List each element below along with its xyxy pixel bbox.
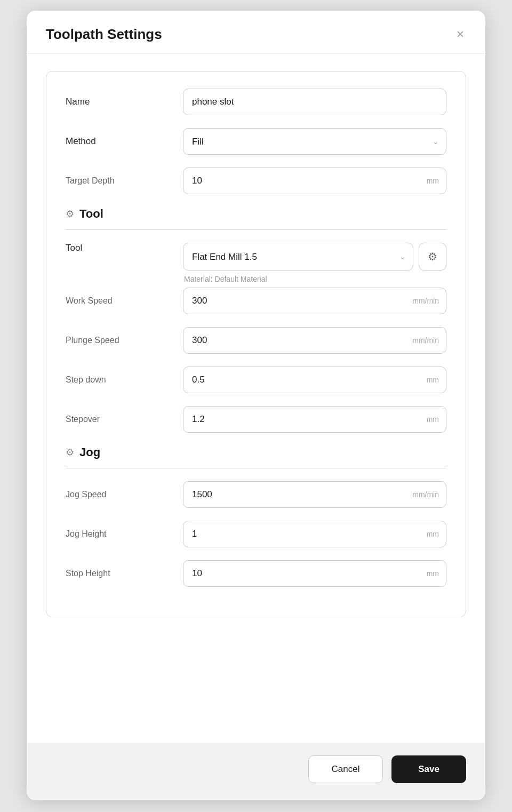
name-input[interactable] [183,89,446,115]
save-button[interactable]: Save [391,755,466,783]
dialog-header: Toolpath Settings × [27,11,485,54]
plunge-speed-input[interactable] [183,327,446,354]
dialog-title: Toolpath Settings [46,26,162,43]
plunge-speed-input-wrapper: mm/min [183,327,446,354]
step-down-row: Step down mm [66,367,446,393]
stop-height-label: Stop Height [66,569,183,578]
stepover-input-wrapper: mm [183,406,446,433]
target-depth-input-wrapper: mm [183,168,446,194]
tool-select-wrapper: Flat End Mill 1.5 Flat End Mill 3.0 Ball… [183,243,413,270]
jog-height-input-wrapper: mm [183,521,446,547]
step-down-input-wrapper: mm [183,367,446,393]
jog-section-header: ⚙ Jog [66,445,446,459]
target-depth-input[interactable] [183,168,446,194]
toolpath-settings-dialog: Toolpath Settings × Name Method Fill Out… [27,11,485,800]
method-select[interactable]: Fill Outline Pocket Drill [183,128,446,155]
stop-height-input-wrapper: mm [183,560,446,587]
tool-divider [66,229,446,230]
tool-select-area: Flat End Mill 1.5 Flat End Mill 3.0 Ball… [183,243,446,283]
main-card: Name Method Fill Outline Pocket Drill ⌄ [46,71,466,617]
work-speed-input[interactable] [183,288,446,314]
method-row: Method Fill Outline Pocket Drill ⌄ [66,128,446,155]
dialog-body: Name Method Fill Outline Pocket Drill ⌄ [27,54,485,743]
tool-settings-button[interactable]: ⚙ [419,243,446,270]
tool-section-title: Tool [79,207,103,221]
jog-height-input[interactable] [183,521,446,547]
tool-label: Tool [66,243,183,253]
name-label: Name [66,97,183,107]
tool-select[interactable]: Flat End Mill 1.5 Flat End Mill 3.0 Ball… [183,243,413,270]
step-down-label: Step down [66,375,183,385]
jog-divider [66,468,446,468]
tool-section-header: ⚙ Tool [66,207,446,221]
jog-speed-row: Jog Speed mm/min [66,481,446,508]
stepover-input[interactable] [183,406,446,433]
stepover-label: Stepover [66,415,183,424]
name-row: Name [66,89,446,115]
target-depth-label: Target Depth [66,176,183,186]
work-speed-label: Work Speed [66,296,183,306]
tool-row: Tool Flat End Mill 1.5 Flat End Mill 3.0… [66,243,446,283]
jog-speed-input[interactable] [183,481,446,508]
method-label: Method [66,136,183,147]
close-button[interactable]: × [454,26,466,43]
plunge-speed-row: Plunge Speed mm/min [66,327,446,354]
jog-section-title: Jog [79,445,100,459]
plunge-speed-label: Plunge Speed [66,336,183,345]
material-hint: Material: Default Material [184,275,446,283]
target-depth-row: Target Depth mm [66,168,446,194]
jog-speed-label: Jog Speed [66,490,183,499]
tool-select-row: Flat End Mill 1.5 Flat End Mill 3.0 Ball… [183,243,446,270]
jog-speed-input-wrapper: mm/min [183,481,446,508]
work-speed-input-wrapper: mm/min [183,288,446,314]
cancel-button[interactable]: Cancel [308,755,383,783]
step-down-input[interactable] [183,367,446,393]
tool-section-gear-icon: ⚙ [66,208,74,220]
stop-height-input[interactable] [183,560,446,587]
dialog-footer: Cancel Save [27,743,485,800]
stepover-row: Stepover mm [66,406,446,433]
jog-height-label: Jog Height [66,529,183,539]
work-speed-row: Work Speed mm/min [66,288,446,314]
tool-settings-gear-icon: ⚙ [428,250,437,263]
jog-height-row: Jog Height mm [66,521,446,547]
jog-section-gear-icon: ⚙ [66,447,74,458]
method-select-wrapper: Fill Outline Pocket Drill ⌄ [183,128,446,155]
stop-height-row: Stop Height mm [66,560,446,587]
